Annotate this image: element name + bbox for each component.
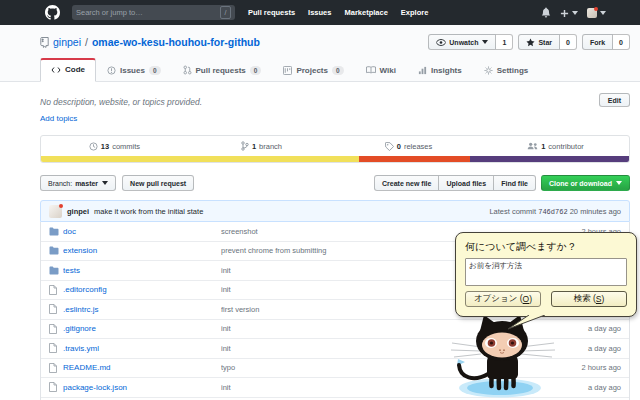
file-icon bbox=[49, 363, 63, 373]
popup-query-input[interactable]: お前を消す方法 bbox=[465, 258, 627, 286]
tab-code[interactable]: Code bbox=[40, 58, 96, 82]
issue-icon bbox=[107, 66, 116, 75]
file-link[interactable]: .eslintrc.js bbox=[63, 305, 221, 314]
commit-message-link[interactable]: make it work from the initial state bbox=[94, 207, 203, 216]
language-bar[interactable] bbox=[41, 156, 629, 162]
unwatch-button[interactable]: Unwatch bbox=[428, 34, 496, 50]
repo-header: ginpei / omae-wo-kesu-houhou-for-github … bbox=[0, 25, 640, 82]
options-button[interactable]: オプション (O) bbox=[465, 291, 541, 307]
popup-title: 何について調べますか？ bbox=[465, 240, 627, 254]
star-label: Star bbox=[538, 39, 552, 46]
file-icon bbox=[49, 304, 63, 314]
stat-link-branch[interactable]: 1branch bbox=[241, 136, 282, 156]
branch-select-button[interactable]: Branch: master bbox=[40, 175, 116, 191]
stat-link-releases[interactable]: 0releases bbox=[385, 136, 433, 156]
notification-dot bbox=[594, 7, 598, 11]
new-pull-request-button[interactable]: New pull request bbox=[122, 175, 194, 191]
global-header: Search or jump to… / Pull requestsIssues… bbox=[0, 0, 640, 25]
stat-link-commits[interactable]: 13commits bbox=[89, 136, 140, 156]
file-link[interactable]: .editorconfig bbox=[63, 285, 221, 294]
repo-title: ginpei / omae-wo-kesu-houhou-for-github … bbox=[40, 34, 630, 50]
file-link[interactable]: .travis.yml bbox=[63, 344, 221, 353]
file-actions-toolbar: Branch: master New pull request Create n… bbox=[40, 175, 630, 191]
repo-actions: Unwatch 1 Star 0 Fork 0 bbox=[428, 34, 630, 50]
header-nav-marketplace[interactable]: Marketplace bbox=[344, 8, 387, 17]
search-input[interactable]: Search or jump to… / bbox=[72, 5, 235, 20]
user-menu[interactable] bbox=[587, 8, 606, 18]
folder-icon bbox=[49, 227, 63, 236]
file-buttons-group: Create new file Upload files Find file bbox=[374, 175, 536, 191]
file-link[interactable]: doc bbox=[63, 227, 221, 236]
search-button[interactable]: 検索 (S) bbox=[551, 291, 627, 307]
commit-author-link[interactable]: ginpei bbox=[67, 207, 89, 216]
clone-label: Clone or download bbox=[549, 180, 612, 187]
avatar-red-dot bbox=[59, 204, 63, 208]
repo-name-link[interactable]: omae-wo-kesu-houhou-for-github bbox=[92, 36, 260, 48]
options-access-key: O bbox=[523, 294, 530, 304]
branch-name: master bbox=[75, 180, 98, 187]
header-nav-explore[interactable]: Explore bbox=[401, 8, 429, 17]
popup-tail bbox=[508, 315, 546, 330]
file-link[interactable]: package-lock.json bbox=[63, 383, 221, 392]
eye-icon bbox=[436, 39, 446, 46]
file-link[interactable]: extension bbox=[63, 246, 221, 255]
tab-projects[interactable]: Projects0 bbox=[272, 58, 354, 82]
project-icon bbox=[283, 66, 292, 75]
clone-or-download-button[interactable]: Clone or download bbox=[541, 175, 630, 191]
caret-down-icon bbox=[600, 11, 606, 15]
stat-link-contributor[interactable]: 1contributor bbox=[527, 136, 584, 156]
commit-sha-link[interactable]: 746d762 bbox=[538, 208, 567, 216]
stat-releases: 0releases bbox=[335, 136, 482, 156]
caret-down-icon bbox=[102, 181, 108, 185]
file-icon bbox=[49, 285, 63, 295]
tab-pull-requests[interactable]: Pull requests0 bbox=[172, 58, 273, 82]
tab-insights[interactable]: Insights bbox=[407, 58, 473, 82]
edit-description-button[interactable]: Edit bbox=[599, 93, 630, 107]
book-icon bbox=[366, 66, 376, 74]
header-nav-pull-requests[interactable]: Pull requests bbox=[248, 8, 295, 17]
people-icon bbox=[527, 142, 538, 150]
commit-author-avatar[interactable] bbox=[49, 205, 62, 218]
tab-label: Wiki bbox=[380, 66, 396, 75]
header-right bbox=[541, 4, 606, 22]
header-nav-issues[interactable]: Issues bbox=[308, 8, 331, 17]
create-new-menu[interactable] bbox=[560, 4, 578, 22]
find-file-button[interactable]: Find file bbox=[494, 175, 536, 191]
stat-commits: 13commits bbox=[41, 136, 188, 156]
language-segment-3 bbox=[470, 156, 629, 162]
github-logo-icon[interactable] bbox=[45, 5, 60, 20]
bell-icon[interactable] bbox=[541, 7, 551, 18]
gear-icon bbox=[484, 66, 493, 75]
upload-files-button[interactable]: Upload files bbox=[439, 175, 494, 191]
slash-key-hint: / bbox=[220, 6, 231, 19]
search-suffix: ) bbox=[602, 294, 605, 304]
tab-wiki[interactable]: Wiki bbox=[355, 58, 407, 82]
pull-request-icon bbox=[183, 65, 192, 75]
file-icon bbox=[49, 324, 63, 334]
tab-label: Code bbox=[65, 65, 85, 74]
tab-issues[interactable]: Issues0 bbox=[96, 58, 172, 82]
fork-count[interactable]: 0 bbox=[613, 34, 630, 50]
watch-group: Unwatch 1 bbox=[428, 34, 513, 50]
star-button[interactable]: Star bbox=[518, 34, 560, 50]
file-link[interactable]: README.md bbox=[63, 363, 221, 372]
folder-icon bbox=[49, 266, 63, 275]
tab-settings[interactable]: Settings bbox=[473, 58, 540, 82]
create-new-file-button[interactable]: Create new file bbox=[374, 175, 439, 191]
file-link[interactable]: tests bbox=[63, 266, 221, 275]
fork-button[interactable]: Fork bbox=[582, 34, 613, 50]
watch-count[interactable]: 1 bbox=[496, 34, 513, 50]
file-link[interactable]: .gitignore bbox=[63, 324, 221, 333]
repo-separator: / bbox=[85, 36, 88, 48]
repo-owner-link[interactable]: ginpei bbox=[53, 36, 81, 48]
star-count[interactable]: 0 bbox=[560, 34, 577, 50]
stats-list: 13commits1branch0releases1contributor bbox=[41, 136, 629, 156]
code-icon bbox=[51, 66, 61, 74]
tab-label: Settings bbox=[497, 66, 529, 75]
stats-summary: 13commits1branch0releases1contributor bbox=[40, 135, 630, 163]
add-topics-link[interactable]: Add topics bbox=[40, 114, 77, 123]
tab-label: Projects bbox=[296, 66, 328, 75]
language-segment-1 bbox=[41, 156, 359, 162]
branch-label: Branch: bbox=[48, 180, 72, 187]
repo-icon bbox=[40, 37, 49, 48]
